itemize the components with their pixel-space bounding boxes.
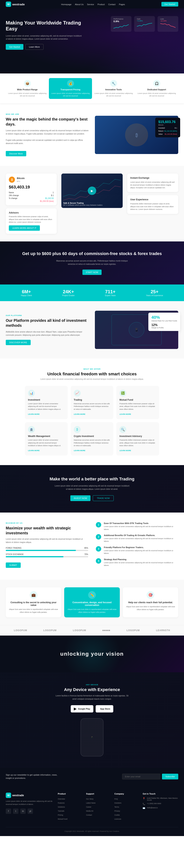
btc-header: ₿ Bitcoin BTC bbox=[9, 177, 54, 183]
social-facebook[interactable]: f bbox=[6, 808, 11, 814]
feature-icon-0: 📦 bbox=[24, 80, 31, 87]
hero-learn-more-button[interactable]: Learn More bbox=[25, 44, 43, 50]
nav-product[interactable]: Product bbox=[98, 3, 105, 5]
nav-about[interactable]: About Us bbox=[75, 3, 84, 5]
email-icon: ✉️ bbox=[142, 807, 145, 809]
consult-desc-1: Aliqua! Duis aute irure dolor in reprehe… bbox=[67, 608, 116, 614]
footer-product-link-2[interactable]: Solutions bbox=[58, 806, 65, 808]
newsletter-subscribe-button[interactable]: Subscribe bbox=[162, 774, 178, 779]
footer-support-col: Support Our Story Latest News Career Med… bbox=[86, 793, 110, 821]
feature-item-3[interactable]: 🎧 Dedicated Support Lorem ipsum dolor si… bbox=[135, 78, 178, 99]
benefit-2: 3 Friendly Platform For Beginner Traders… bbox=[96, 546, 178, 555]
service-card-3[interactable]: 🏦 Wealth Management Lorem ipsum dolor si… bbox=[25, 422, 68, 456]
consult-title-2: Help our clients reach their full potent… bbox=[126, 601, 175, 604]
hero-get-started-button[interactable]: Get Started bbox=[6, 44, 23, 50]
footer-company-link-2[interactable]: Terms bbox=[114, 806, 119, 808]
footer-product-link-3[interactable]: Tutorials bbox=[58, 810, 64, 812]
nav-service[interactable]: Service bbox=[87, 3, 94, 5]
footer-company-link-5[interactable]: Licences bbox=[114, 818, 121, 820]
footer-support-link-1[interactable]: Latest News bbox=[86, 802, 96, 804]
promo-section: Get up to $600 plus 60 days of commissio… bbox=[0, 242, 184, 284]
promo-cta-button[interactable]: START NOW bbox=[82, 270, 102, 275]
brand-logo-5: Learnsth bbox=[156, 629, 170, 632]
nav-pages[interactable]: Pages bbox=[119, 3, 125, 5]
skill1-pct: 70% bbox=[84, 553, 88, 555]
service-card-1[interactable]: 📈 Trading Maecenas accumas acosm accums … bbox=[71, 386, 113, 419]
service-learn-0[interactable]: LEARN MORE bbox=[28, 413, 40, 415]
instant-exchange-desc: Lorem ipsum dolor sit amet consectetur a… bbox=[130, 181, 175, 189]
btc-stat0-label: Name bbox=[9, 191, 14, 194]
platform-discover-button[interactable]: DISCOVER MORE bbox=[6, 340, 31, 345]
feature-item-2[interactable]: 🔧 Innovative Tools Lorem ipsum dolor sit… bbox=[92, 78, 135, 99]
footer-product-link-4[interactable]: Pricing bbox=[58, 814, 63, 816]
feature-item-1[interactable]: 💰 Transparent Pricing Lorem ipsum dolor … bbox=[49, 78, 92, 99]
footer-company-links: FAQ Investors Terms Privacy Cookie Licen… bbox=[114, 797, 138, 820]
feature-item-0[interactable]: 📦 Wide Product Range Lorem ipsum dolor s… bbox=[6, 78, 49, 99]
footer-support-link-2[interactable]: Career bbox=[86, 806, 91, 808]
service-title-3: Wealth Management bbox=[28, 435, 64, 438]
play-button[interactable]: ▶ bbox=[88, 187, 96, 195]
brand-logo-4: logopum bbox=[127, 629, 140, 632]
footer-company-link-1[interactable]: Investors bbox=[114, 802, 122, 804]
footer-product-link-5[interactable]: Mutual Fund bbox=[58, 818, 67, 820]
footer-product-title: Product bbox=[58, 793, 81, 795]
service-learn-5[interactable]: LEARN MORE bbox=[120, 450, 131, 452]
stat2-num: 711+ bbox=[105, 289, 116, 294]
service-learn-3[interactable]: LEARN MORE bbox=[28, 450, 40, 452]
footer-support-link-4[interactable]: Contact bbox=[86, 814, 92, 816]
who-discover-button[interactable]: Discover More bbox=[6, 151, 26, 156]
service-card-5[interactable]: 🔍 Investment Advisory Praesentis dollen … bbox=[116, 422, 159, 456]
app-store-button[interactable]: App Store bbox=[96, 705, 113, 712]
unlock-subtitle: Lorem ipsum dolor sit amet consectetur a… bbox=[6, 378, 178, 380]
nav-cta-button[interactable]: Get Started bbox=[161, 2, 178, 6]
newsletter-text: Sign up our newsletter to get update inf… bbox=[6, 773, 63, 780]
benefit0-content: Ease Of Transaction With DTK Trading Too… bbox=[104, 522, 178, 531]
nav-contact[interactable]: Contact bbox=[108, 3, 115, 5]
advisor-btn[interactable]: LEARN MORE ABOUT IT bbox=[9, 225, 40, 231]
feature-icon-2: 🔧 bbox=[110, 80, 117, 87]
btc-info: Bitcoin BTC bbox=[17, 177, 25, 183]
chart-card-3: Loss -12.43% bbox=[158, 16, 178, 32]
btc-icon: ₿ bbox=[9, 177, 15, 183]
world-trade-button[interactable]: TRADE NOW bbox=[93, 495, 114, 501]
footer-support-link-3[interactable]: Media Kit bbox=[86, 810, 93, 812]
world-invest-button[interactable]: INVEST NOW bbox=[70, 495, 90, 501]
service-learn-2[interactable]: LEARN MORE bbox=[120, 413, 131, 415]
hero-buttons: Get Started Learn More bbox=[6, 44, 82, 50]
service-learn-4[interactable]: LEARN MORE bbox=[74, 450, 85, 452]
btc-stat2-value: $1,242.93 bbox=[45, 197, 54, 199]
service-icon-2: 💹 bbox=[120, 390, 126, 397]
footer-company-link-4[interactable]: Cookie bbox=[114, 814, 120, 816]
consult-card-2: 🎯 Help our clients reach their full pote… bbox=[123, 587, 178, 617]
footer-product-link-0[interactable]: Overview bbox=[58, 798, 65, 800]
service-title-5: Investment Advisory bbox=[120, 435, 156, 438]
google-play-button[interactable]: ▶ Google Play bbox=[71, 705, 93, 712]
social-linkedin[interactable]: in bbox=[20, 808, 26, 814]
footer-logo[interactable]: W westrade bbox=[6, 793, 53, 798]
service-card-2[interactable]: 💹 Mutual Fund Praesentis dollen interess… bbox=[116, 386, 159, 419]
footer-product-link-1[interactable]: Features bbox=[58, 802, 64, 804]
service-learn-1[interactable]: LEARN MORE bbox=[74, 413, 85, 415]
footer-email: ✉️ hello@west.io bbox=[142, 807, 178, 809]
service-desc-5: Praesentis dollen interessen praeser cul… bbox=[120, 439, 156, 447]
service-title-4: Crypto Investment bbox=[74, 435, 110, 438]
trading-video[interactable]: ▶ Safe & Secure Trading MT 5 Software wh… bbox=[61, 174, 123, 208]
world-title: Make the world a better place with Tradi… bbox=[6, 476, 178, 482]
service-card-0[interactable]: 📊 Investment Lorem ipsum dolor sit amet … bbox=[25, 386, 68, 419]
maximize-submit-button[interactable]: SUBMIT bbox=[6, 562, 21, 568]
logo[interactable]: W westrade bbox=[6, 2, 25, 7]
benefit0-desc: Lorem ipsum dolor sit amet consectetur a… bbox=[104, 525, 178, 531]
footer-support-link-0[interactable]: Our Story bbox=[86, 798, 94, 800]
service-card-4[interactable]: ₿ Crypto Investment Maecenas accumas aco… bbox=[71, 422, 113, 456]
footer-company-link-0[interactable]: FAQ bbox=[114, 798, 118, 800]
newsletter-form: Subscribe bbox=[122, 774, 178, 779]
nav-homepage[interactable]: Homepage bbox=[61, 3, 72, 5]
stat0-num: 6M+ bbox=[21, 289, 32, 294]
social-twitter[interactable]: t bbox=[13, 808, 18, 814]
footer-company-link-3[interactable]: Privacy bbox=[114, 810, 120, 812]
social-youtube[interactable]: yt bbox=[28, 808, 33, 814]
newsletter-email-input[interactable] bbox=[122, 774, 160, 779]
hero-section: Making Your Worldwide Trading Easy Lorem… bbox=[0, 8, 184, 73]
service-icon-5: 🔍 bbox=[120, 426, 126, 433]
svg-text:₿: ₿ bbox=[135, 132, 138, 138]
